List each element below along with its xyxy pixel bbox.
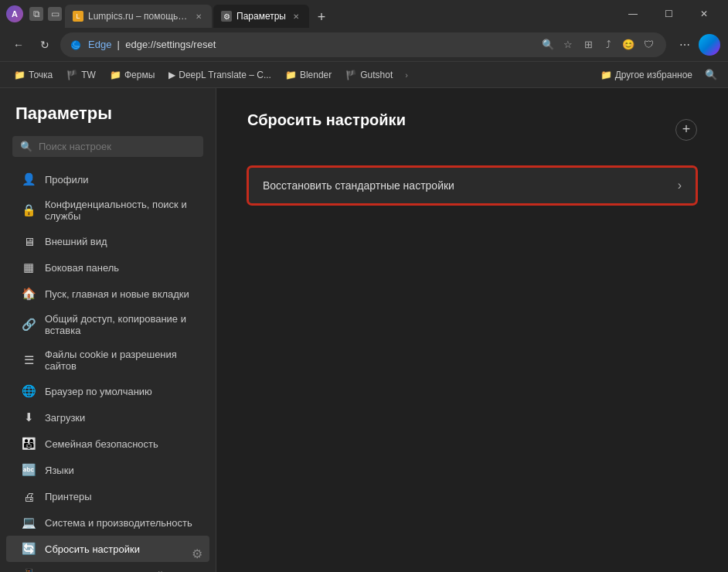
bookmark-item-gutshot[interactable]: 🏴 Gutshot <box>339 67 399 83</box>
sidebar-item-sharing[interactable]: 🔗 Общий доступ, копирование и вставка <box>6 307 209 342</box>
bookmark-item-deepl[interactable]: ▶ DeepL Translate – С... <box>162 67 277 83</box>
reset-icon: 🔄 <box>22 542 36 556</box>
printers-icon: 🖨 <box>22 489 36 503</box>
sidebar-item-start[interactable]: 🏠 Пуск, главная и новые вкладки <box>6 281 209 307</box>
bookmark-other-label[interactable]: 📁 Другое избранное <box>594 67 699 83</box>
search-icon[interactable]: 🔍 <box>539 36 556 53</box>
sidebar-item-printers[interactable]: 🖨 Принтеры <box>6 483 209 509</box>
search-box[interactable]: 🔍 <box>12 136 203 157</box>
bookmark-label-fermy: Фермы <box>124 70 155 80</box>
sidebar-item-label-appearance: Внешний вид <box>45 236 107 247</box>
bookmark-icon-blender: 📁 <box>285 70 297 80</box>
profiles-icon: 👤 <box>22 172 36 186</box>
new-tab-button[interactable]: + <box>311 6 332 28</box>
refresh-button[interactable]: ↻ <box>34 34 56 56</box>
main-layout: Параметры 🔍 👤 Профили 🔒 Конфиденциальнос… <box>0 88 728 572</box>
addressbar: ← ↻ Edge | edge://settings/reset 🔍 ☆ ⊞ ⤴… <box>0 28 728 62</box>
sidebar-item-default[interactable]: 🌐 Браузер по умолчанию <box>6 378 209 404</box>
sidebar-item-label-sharing: Общий доступ, копирование и вставка <box>45 313 194 336</box>
folder-icon: 📁 <box>600 70 612 80</box>
start-icon: 🏠 <box>22 287 36 301</box>
edge-logo-icon <box>70 39 82 51</box>
reset-option-restore[interactable]: Восстановить стандартные настройки › <box>247 166 697 205</box>
address-icons: 🔍 ☆ ⊞ ⤴ 😊 🛡 <box>539 36 657 53</box>
maximize-button[interactable]: ☐ <box>651 0 686 28</box>
sidebar-item-appearance[interactable]: 🖥 Внешний вид <box>6 228 209 254</box>
reset-option-chevron-icon: › <box>678 179 682 192</box>
search-input[interactable] <box>39 141 196 152</box>
bookmarks-more: 📁 Другое избранное 🔍 <box>594 66 720 84</box>
bookmarks-bar: 📁 Точка 🏴 TW 📁 Фермы ▶ DeepL Translate –… <box>0 62 728 88</box>
bookmark-label-blender: Blender <box>300 70 332 80</box>
sidebar-item-languages[interactable]: 🔤 Языки <box>6 457 209 483</box>
tab-close-2[interactable]: ✕ <box>291 11 301 22</box>
back-button[interactable]: ← <box>8 34 29 56</box>
tab-settings[interactable]: ⚙ Параметры ✕ <box>213 5 309 28</box>
privacy-icon: 🔒 <box>22 203 36 217</box>
sidebar-item-label-family: Семейная безопасность <box>45 438 158 450</box>
sidebar-item-privacy[interactable]: 🔒 Конфиденциальность, поиск и службы <box>6 192 209 228</box>
star-icon[interactable]: ☆ <box>560 36 577 53</box>
sidebar-item-downloads[interactable]: ⬇ Загрузки <box>6 404 209 431</box>
bookmarks-search-icon[interactable]: 🔍 <box>702 66 720 84</box>
tab-close-1[interactable]: ✕ <box>193 11 204 22</box>
bookmark-icon-gutshot: 🏴 <box>345 70 357 80</box>
sidebar-item-label-profiles: Профили <box>45 174 89 186</box>
settings-gear-button[interactable]: ⚙ <box>186 543 208 564</box>
phone-icon: 📱 <box>22 568 36 572</box>
cookies-icon: ☰ <box>22 353 36 367</box>
sidebar-item-profiles[interactable]: 👤 Профили <box>6 166 209 192</box>
downloads-icon: ⬇ <box>22 410 36 424</box>
bookmark-icon-tw: 🏴 <box>66 70 78 80</box>
sidebar-item-sidebar[interactable]: ▦ Боковая панель <box>6 254 209 281</box>
sharing-icon: 🔗 <box>22 318 36 332</box>
bookmark-item-tochka[interactable]: 📁 Точка <box>8 67 59 83</box>
close-button[interactable]: ✕ <box>686 0 722 28</box>
tab-lumpics[interactable]: L Lumpics.ru – помощь с компью... ✕ <box>65 5 212 28</box>
tab-label-2: Параметры <box>236 11 286 22</box>
bookmark-item-tw[interactable]: 🏴 TW <box>60 67 102 83</box>
copy-icon[interactable]: ⧉ <box>29 7 43 21</box>
sidebar-item-label-sidebar: Боковая панель <box>45 262 119 274</box>
bookmark-label-deepl: DeepL Translate – С... <box>179 70 271 80</box>
address-box[interactable]: Edge | edge://settings/reset 🔍 ☆ ⊞ ⤴ 😊 🛡 <box>60 32 666 57</box>
tab-favicon-1: L <box>73 11 83 22</box>
bookmark-label-tochka: Точка <box>29 70 53 80</box>
sidebar-item-label-default: Браузер по умолчанию <box>45 386 152 397</box>
share-icon[interactable]: ⤴ <box>600 36 617 53</box>
profile-button[interactable] <box>699 34 720 56</box>
search-box-icon: 🔍 <box>20 141 32 152</box>
bookmark-item-blender[interactable]: 📁 Blender <box>279 67 338 83</box>
collections-icon[interactable]: ⊞ <box>580 36 597 53</box>
bookmark-icon-fermy: 📁 <box>110 70 121 80</box>
sidebar-bottom: ⚙ <box>186 543 208 564</box>
bookmark-item-fermy[interactable]: 📁 Фермы <box>104 67 161 83</box>
address-text: Edge | edge://settings/reset <box>88 39 533 50</box>
avatar[interactable]: А <box>6 5 23 22</box>
add-button[interactable]: + <box>675 119 697 141</box>
bookmarks-more-arrow[interactable]: › <box>400 68 413 82</box>
sidebar-item-label-system: Система и производительность <box>45 517 192 529</box>
sidebar-item-label-start: Пуск, главная и новые вкладки <box>45 288 189 300</box>
sidebar-item-system[interactable]: 💻 Система и производительность <box>6 509 209 536</box>
sidebar-item-label-reset: Сбросить настройки <box>45 543 140 555</box>
languages-icon: 🔤 <box>22 463 36 477</box>
sidebar-item-reset[interactable]: 🔄 Сбросить настройки <box>6 536 209 562</box>
more-button[interactable]: ⋯ <box>674 34 696 56</box>
sidebar-item-family[interactable]: 👨‍👩‍👧 Семейная безопасность <box>6 431 209 457</box>
shield-icon[interactable]: 🛡 <box>640 36 657 53</box>
sidebar-item-label-printers: Принтеры <box>45 491 92 502</box>
minimize-button[interactable]: — <box>615 0 651 28</box>
system-icon: 💻 <box>22 516 36 529</box>
tab-favicon-2: ⚙ <box>221 11 232 22</box>
family-icon: 👨‍👩‍👧 <box>22 437 36 451</box>
bookmark-icon-deepl: ▶ <box>168 70 175 80</box>
titlebar: А ⧉ ▭ L Lumpics.ru – помощь с компью... … <box>0 0 728 28</box>
bookmark-label-tw: TW <box>81 70 96 80</box>
sidebar-icon: ▦ <box>22 260 36 274</box>
sidebar-item-phone[interactable]: 📱 Телефон и другие устройства <box>6 562 209 572</box>
feedback-icon[interactable]: 😊 <box>620 36 637 53</box>
window-icon[interactable]: ▭ <box>48 7 62 21</box>
sidebar-item-cookies[interactable]: ☰ Файлы cookie и разрешения сайтов <box>6 342 209 378</box>
tabs-area: L Lumpics.ru – помощь с компью... ✕ ⚙ Па… <box>65 0 612 28</box>
